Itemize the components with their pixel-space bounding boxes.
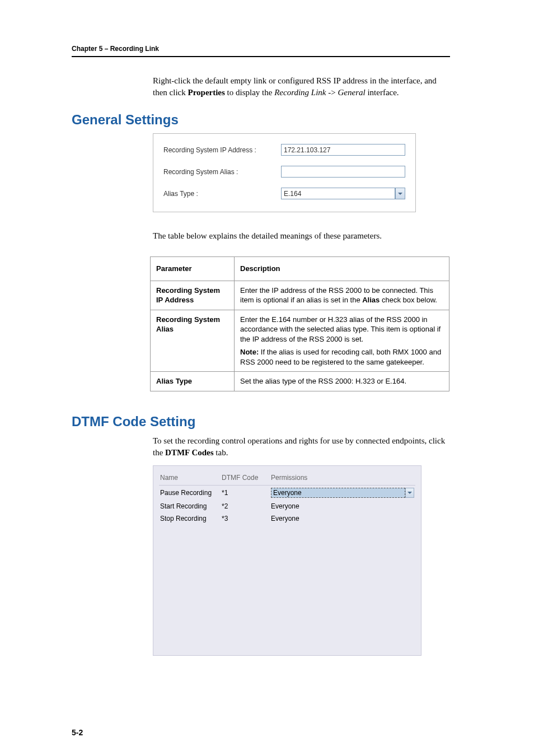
form-row-alias: Recording System Alias : (163, 166, 405, 178)
param-label-type: Alias Type (151, 372, 235, 391)
ip-address-label: Recording System IP Address : (163, 146, 281, 154)
param-table-header: Parameter Description (151, 257, 449, 281)
section-heading-dtmf: DTMF Code Setting (72, 414, 450, 430)
dtmf-perm-pause-dropdown[interactable] (405, 488, 414, 498)
table-intro-text: The table below explains the detailed me… (153, 231, 450, 241)
param-desc-alias: Enter the E.164 number or H.323 alias of… (235, 310, 449, 372)
param-header-description: Description (235, 257, 449, 281)
chapter-header: Chapter 5 – Recording Link (72, 45, 450, 53)
dtmf-row-pause[interactable]: Pause Recording *1 Everyone (159, 486, 415, 500)
dtmf-perm-pause-value: Everyone (271, 488, 405, 498)
dtmf-header-name[interactable]: Name (160, 474, 222, 482)
intro-text-4: interface. (366, 88, 399, 97)
header-rule (72, 56, 450, 57)
alias-type-dropdown-button[interactable] (395, 188, 405, 199)
dtmf-header-row: Name DTMF Code Permissions (159, 472, 415, 486)
intro-text-2: to display the (225, 88, 274, 97)
param-header-parameter: Parameter (151, 257, 235, 281)
param-row-type: Alias Type Set the alias type of the RSS… (151, 372, 449, 391)
intro-text-3: -> (326, 88, 338, 97)
dtmf-name-stop: Stop Recording (160, 515, 222, 522)
param-desc-ip-b: Alias (362, 296, 380, 304)
param-note-label: Note: (240, 348, 259, 356)
page-number: 5-2 (72, 728, 83, 737)
alias-input[interactable] (281, 166, 405, 178)
dtmf-intro-paragraph: To set the recording control operations … (153, 435, 450, 459)
form-row-ip: Recording System IP Address : 172.21.103… (163, 144, 405, 156)
dtmf-perm-pause[interactable]: Everyone (271, 488, 414, 498)
param-row-ip: Recording System IP Address Enter the IP… (151, 281, 449, 310)
dtmf-intro-bold: DTMF Codes (165, 448, 214, 457)
dtmf-code-pause: *1 (222, 489, 271, 497)
dtmf-row-start[interactable]: Start Recording *2 Everyone (159, 500, 415, 512)
alias-type-select[interactable]: E.164 (281, 188, 405, 199)
form-row-alias-type: Alias Type : E.164 (163, 188, 405, 199)
intro-bold-properties: Properties (188, 88, 224, 97)
dtmf-row-stop[interactable]: Stop Recording *3 Everyone (159, 512, 415, 525)
param-label-alias: Recording System Alias (151, 310, 235, 372)
alias-type-label: Alias Type : (163, 190, 281, 198)
param-desc-alias-a: Enter the E.164 number or H.323 alias of… (240, 315, 443, 344)
param-desc-ip: Enter the IP address of the RSS 2000 to … (235, 281, 449, 310)
dtmf-header-permissions[interactable]: Permissions (271, 474, 414, 482)
param-label-ip: Recording System IP Address (151, 281, 235, 310)
param-row-alias: Recording System Alias Enter the E.164 n… (151, 310, 449, 372)
dtmf-name-pause: Pause Recording (160, 489, 222, 497)
param-note-text: If the alias is used for recoding call, … (240, 348, 441, 366)
dtmf-intro-2: tab. (214, 448, 228, 457)
dtmf-name-start: Start Recording (160, 502, 222, 510)
dtmf-perm-stop: Everyone (271, 515, 414, 522)
dtmf-perm-start: Everyone (271, 502, 414, 510)
section-heading-general-settings: General Settings (72, 112, 450, 128)
param-desc-alias-note: Note: If the alias is used for recoding … (240, 347, 443, 367)
intro-paragraph: Right-click the default empty link or co… (153, 75, 450, 99)
general-settings-form: Recording System IP Address : 172.21.103… (153, 133, 416, 212)
dtmf-code-stop: *3 (222, 515, 271, 522)
intro-italic-recording-link: Recording Link (274, 88, 326, 97)
param-desc-type: Set the alias type of the RSS 2000: H.32… (235, 372, 449, 391)
alias-type-value: E.164 (281, 188, 395, 199)
dtmf-code-start: *2 (222, 502, 271, 510)
chevron-down-icon (398, 193, 402, 195)
ip-address-input[interactable]: 172.21.103.127 (281, 144, 405, 156)
dtmf-header-code[interactable]: DTMF Code (222, 474, 271, 482)
dtmf-codes-panel: Name DTMF Code Permissions Pause Recordi… (153, 465, 421, 656)
parameter-table: Parameter Description Recording System I… (150, 256, 449, 391)
intro-italic-general: General (338, 88, 366, 97)
chevron-down-icon (407, 492, 412, 494)
alias-label: Recording System Alias : (163, 168, 281, 176)
param-desc-ip-c: check box below. (380, 296, 437, 304)
